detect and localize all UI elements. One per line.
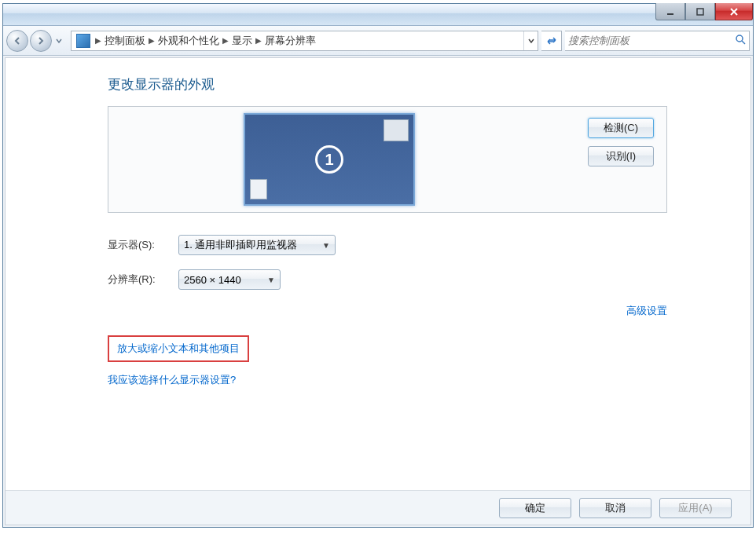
help-link[interactable]: 我应该选择什么显示器设置? <box>108 374 236 386</box>
content: 更改显示器的外观 1 检测(C) 识别(I) 显示器(S): 1. 通用非即插即… <box>6 58 750 490</box>
breadcrumb-bar[interactable]: ▶ 控制面板 ▶ 外观和个性化 ▶ 显示 ▶ 屏幕分辨率 <box>71 31 538 51</box>
resolution-value: 2560 × 1440 <box>184 274 241 286</box>
monitor-thumb-icon <box>250 179 267 199</box>
chevron-down-icon: ▼ <box>267 276 275 284</box>
window-buttons <box>655 4 753 25</box>
display-select[interactable]: 1. 通用非即插即用监视器 ▼ <box>178 235 336 255</box>
highlight-box: 放大或缩小文本和其他项目 <box>108 335 249 362</box>
apply-button[interactable]: 应用(A) <box>659 498 732 518</box>
monitor-area: 1 检测(C) 识别(I) <box>108 106 667 213</box>
help-link-row: 我应该选择什么显示器设置? <box>108 373 750 387</box>
resolution-label: 分辨率(R): <box>108 272 178 287</box>
navbar: ▶ 控制面板 ▶ 外观和个性化 ▶ 显示 ▶ 屏幕分辨率 <box>3 26 753 56</box>
breadcrumb-item[interactable]: 控制面板 <box>103 34 147 48</box>
display-value: 1. 通用非即插即用监视器 <box>184 238 297 252</box>
back-button[interactable] <box>6 30 28 52</box>
detect-button[interactable]: 检测(C) <box>588 118 654 138</box>
maximize-button[interactable] <box>685 3 715 20</box>
identify-button[interactable]: 识别(I) <box>588 146 654 166</box>
titlebar <box>3 4 753 26</box>
content-wrap: 更改显示器的外观 1 检测(C) 识别(I) 显示器(S): 1. 通用非即插即… <box>5 57 751 525</box>
cancel-button[interactable]: 取消 <box>579 498 651 518</box>
nav-history-dropdown[interactable] <box>53 30 64 52</box>
breadcrumb-dropdown[interactable] <box>523 31 538 50</box>
window-frame: ▶ 控制面板 ▶ 外观和个性化 ▶ 显示 ▶ 屏幕分辨率 更改显示器 <box>2 3 754 528</box>
form-rows: 显示器(S): 1. 通用非即插即用监视器 ▼ 分辨率(R): 2560 × 1… <box>108 235 750 290</box>
monitor-buttons: 检测(C) 识别(I) <box>588 113 660 206</box>
svg-rect-1 <box>697 9 703 15</box>
monitor-number-badge: 1 <box>315 145 343 174</box>
resolution-row: 分辨率(R): 2560 × 1440 ▼ <box>108 269 750 290</box>
refresh-button[interactable] <box>541 31 562 51</box>
chevron-right-icon: ▶ <box>95 36 101 45</box>
search-box[interactable] <box>565 31 750 51</box>
forward-button[interactable] <box>30 30 52 52</box>
search-input[interactable] <box>568 35 735 46</box>
chevron-right-icon: ▶ <box>222 36 229 45</box>
control-panel-icon <box>76 34 90 48</box>
breadcrumb-item[interactable]: 屏幕分辨率 <box>263 34 317 48</box>
svg-point-2 <box>736 35 743 42</box>
chevron-right-icon: ▶ <box>149 36 155 45</box>
resolution-select[interactable]: 2560 × 1440 ▼ <box>178 269 281 290</box>
svg-rect-0 <box>667 13 673 15</box>
bottom-bar: 确定 取消 应用(A) <box>6 490 750 525</box>
close-button[interactable] <box>715 3 753 20</box>
display-row: 显示器(S): 1. 通用非即插即用监视器 ▼ <box>108 235 750 255</box>
chevron-down-icon: ▼ <box>322 241 330 250</box>
page-title: 更改显示器的外观 <box>108 75 750 93</box>
advanced-link-row: 高级设置 <box>108 304 667 318</box>
advanced-settings-link[interactable]: 高级设置 <box>626 305 667 316</box>
breadcrumb-item[interactable]: 显示 <box>230 34 254 48</box>
chevron-right-icon: ▶ <box>255 36 262 45</box>
display-label: 显示器(S): <box>108 238 178 252</box>
ok-button[interactable]: 确定 <box>499 498 571 518</box>
search-icon <box>735 34 746 47</box>
minimize-button[interactable] <box>655 3 685 20</box>
text-size-link[interactable]: 放大或缩小文本和其他项目 <box>117 342 240 354</box>
monitor-thumb-icon <box>384 119 409 141</box>
breadcrumb-item[interactable]: 外观和个性化 <box>156 34 221 48</box>
monitor-preview[interactable]: 1 <box>244 113 415 206</box>
nav-arrows <box>6 30 64 52</box>
